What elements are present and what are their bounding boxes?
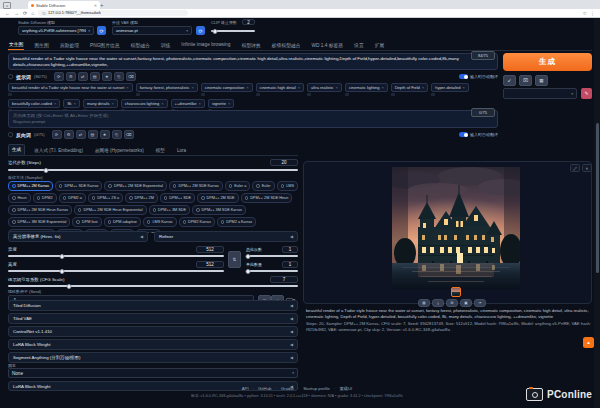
- swap-dimensions-button[interactable]: ⇅: [228, 251, 241, 268]
- tab-close-icon[interactable]: ✕: [94, 3, 97, 8]
- footer-link[interactable]: 重载UI: [330, 386, 352, 391]
- width-slider[interactable]: [8, 255, 224, 257]
- sampler-option[interactable]: DPM++ 3M SDE: [149, 205, 191, 215]
- batch-count-value[interactable]: 1: [282, 246, 298, 253]
- sampler-option[interactable]: DPM++ SDE: [160, 193, 195, 203]
- prompt-chip[interactable]: beautiful render of a Tudor style house …: [8, 83, 133, 92]
- extension-accordion[interactable]: ControlNet v1.1.410 ◀: [8, 326, 298, 337]
- home-icon[interactable]: ⌂: [31, 11, 34, 16]
- script-dropdown[interactable]: None ▾: [8, 368, 298, 378]
- sampler-option[interactable]: DPM++ 2M Karras: [8, 181, 53, 191]
- chip-remove-icon[interactable]: ×: [422, 85, 424, 90]
- main-tab[interactable]: 设置: [353, 40, 365, 50]
- prompt-textarea[interactable]: beautiful render of a Tudor style house …: [8, 53, 498, 70]
- sampler-option[interactable]: DPM fast: [72, 217, 101, 227]
- settings-tab[interactable]: Lora: [174, 146, 189, 155]
- prompt-chip[interactable]: 8k×: [63, 99, 80, 108]
- gallery-action-icon[interactable]: ⊞: [446, 299, 458, 307]
- gallery-action-icon[interactable]: ✑: [474, 299, 486, 307]
- prompt-tool-icon[interactable]: ▤: [90, 72, 100, 81]
- main-tab[interactable]: 模型融合: [130, 40, 151, 50]
- browser-tab[interactable]: Stable Diffusion ✕: [28, 1, 100, 9]
- sampler-option[interactable]: DPM++ 2M SDE Heun Exponential: [74, 205, 147, 215]
- close-preview-icon[interactable]: ✕: [582, 164, 592, 172]
- prompt-chip[interactable]: fantasy forest, photorealistic×: [136, 83, 198, 92]
- chip-remove-icon[interactable]: ×: [126, 85, 128, 90]
- settings-tab[interactable]: 超网络 (Hypernetworks): [92, 146, 147, 155]
- forward-icon[interactable]: →: [14, 11, 19, 16]
- sampler-option[interactable]: DPM2: [33, 193, 57, 203]
- main-tab[interactable]: 后期处理: [59, 40, 80, 50]
- settings-tab[interactable]: 生成: [8, 144, 25, 155]
- settings-tab[interactable]: 嵌入式 (T.I. Embedding): [31, 146, 86, 155]
- negative-tool-icon[interactable]: ⌫: [124, 130, 134, 139]
- negative-prompt-textarea[interactable]: 反向提示词 (按 Ctrl+Enter 或 Alt+Enter 开始生成) Ne…: [8, 110, 498, 128]
- reload-icon[interactable]: ⟳: [23, 11, 27, 16]
- chip-remove-icon[interactable]: ×: [336, 85, 338, 90]
- sampler-option[interactable]: Euler: [252, 181, 274, 191]
- cfg-value[interactable]: 7: [270, 276, 298, 283]
- sampler-option[interactable]: DPM adaptive: [104, 217, 141, 227]
- prompt-tool-icon[interactable]: ⎘: [114, 72, 124, 81]
- settings-tab[interactable]: 模型: [153, 146, 168, 155]
- footer-link[interactable]: API: [242, 386, 249, 391]
- sampler-option[interactable]: DPM++ 2S a: [88, 193, 123, 203]
- sampler-option[interactable]: DPM++ 3M SDE Exponential: [8, 217, 70, 227]
- prompt-chip[interactable]: cinematic high detail×: [256, 83, 305, 92]
- scroll-to-top-button[interactable]: ▲: [583, 337, 594, 348]
- fullscreen-icon[interactable]: ⤢: [570, 164, 580, 172]
- chip-remove-icon[interactable]: ×: [161, 101, 163, 106]
- prompt-chip[interactable]: ultra realistic×: [307, 83, 342, 92]
- chip-remove-icon[interactable]: ×: [191, 85, 193, 90]
- sampler-option[interactable]: DPM2 Karras: [179, 217, 215, 227]
- tab-search-icon[interactable]: ⊞: [3, 2, 11, 9]
- edit-styles-button[interactable]: ✎: [581, 88, 592, 99]
- sampler-option[interactable]: DPM++ SDE Karras: [55, 181, 102, 191]
- sampler-option[interactable]: LMS Karras: [143, 217, 177, 227]
- slider-handle[interactable]: [245, 254, 250, 259]
- extension-accordion[interactable]: LoRA Block Weight ◀: [8, 339, 298, 350]
- steps-slider[interactable]: [8, 169, 298, 171]
- generate-button[interactable]: 生成: [503, 53, 592, 71]
- main-tab[interactable]: 文生图: [8, 39, 24, 50]
- gallery-action-icon[interactable]: ⤓: [432, 299, 444, 307]
- address-bar[interactable]: ⓘ 127.0.0.1:7860/?__theme=dark: [38, 10, 188, 17]
- slider-handle[interactable]: [66, 284, 71, 289]
- prompt-chip[interactable]: beautifully color-coded×: [8, 99, 60, 108]
- slider-handle[interactable]: [60, 254, 65, 259]
- negative-tool-icon[interactable]: ★: [100, 130, 110, 139]
- slider-handle[interactable]: [43, 168, 48, 173]
- width-value[interactable]: 512: [196, 246, 224, 253]
- extension-accordion[interactable]: Tiled VAE ◀: [8, 313, 298, 324]
- batch-size-slider[interactable]: [246, 270, 298, 272]
- extra-networks-icon[interactable]: ▦: [535, 75, 548, 86]
- sampler-option[interactable]: DPM++ 2M: [125, 193, 158, 203]
- negative-tool-icon[interactable]: ⚙: [64, 130, 74, 139]
- main-tab[interactable]: 图生图: [33, 40, 49, 50]
- bookmark-star-icon[interactable]: ☆: [583, 11, 587, 16]
- page-scrollbar[interactable]: [594, 18, 600, 408]
- checkpoint-refresh-button[interactable]: ⟳: [97, 26, 106, 35]
- footer-link[interactable]: GitHub: [249, 386, 272, 391]
- negative-tool-icon[interactable]: ⎘: [112, 130, 122, 139]
- chip-remove-icon[interactable]: ×: [382, 85, 384, 90]
- vae-refresh-button[interactable]: ⟳: [196, 26, 205, 35]
- sampler-option[interactable]: DPM++ 2M SDE: [197, 193, 239, 203]
- sampler-option[interactable]: DPM++ 3M SDE Karras: [192, 205, 246, 215]
- sampler-option[interactable]: LMS: [277, 181, 298, 191]
- batch-size-value[interactable]: 1: [282, 261, 298, 268]
- generated-image[interactable]: [392, 167, 520, 289]
- new-tab-button[interactable]: +: [100, 2, 104, 8]
- gallery-action-icon[interactable]: ▣: [460, 299, 472, 307]
- main-tab[interactable]: PNG图片信息: [89, 40, 121, 50]
- slider-handle[interactable]: [245, 269, 250, 274]
- clear-prompt-icon[interactable]: ⌧: [519, 75, 532, 86]
- steps-value[interactable]: 20: [270, 159, 298, 166]
- paste-prompt-icon[interactable]: ↙: [503, 75, 516, 86]
- sampler-option[interactable]: DPM++ 2M SDE Heun Karras: [8, 205, 72, 215]
- extension-accordion[interactable]: Tiled Diffusion ◀: [8, 300, 298, 311]
- clip-skip-slider[interactable]: [211, 30, 255, 32]
- negative-tool-icon[interactable]: ⇄: [76, 130, 86, 139]
- negative-tool-icon[interactable]: ⟳: [52, 130, 62, 139]
- chip-remove-icon[interactable]: ×: [111, 101, 113, 106]
